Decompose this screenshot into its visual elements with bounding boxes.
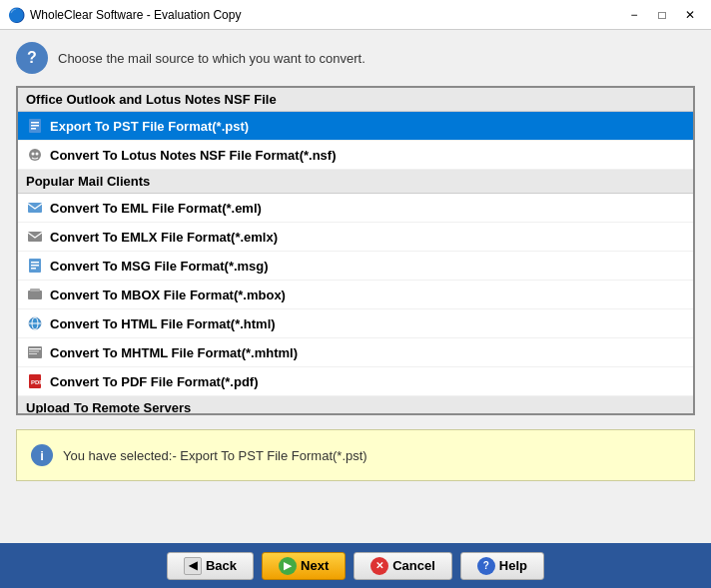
- back-button[interactable]: ◀ Back: [167, 552, 254, 580]
- svg-rect-7: [28, 203, 42, 213]
- header-row: ? Choose the mail source to which you wa…: [16, 42, 695, 74]
- convert-msg-icon: [26, 257, 44, 275]
- cancel-label: Cancel: [392, 558, 435, 573]
- restore-button[interactable]: □: [649, 5, 675, 25]
- svg-rect-11: [31, 265, 39, 267]
- convert-msg-label: Convert To MSG File Format(*.msg): [50, 259, 269, 274]
- convert-emlx-icon: [26, 228, 44, 246]
- svg-rect-20: [29, 351, 39, 352]
- next-label: Next: [301, 558, 329, 573]
- group-header-popular: Popular Mail Clients: [18, 170, 693, 194]
- cancel-button[interactable]: ✕ Cancel: [354, 552, 452, 580]
- convert-nsf-label: Convert To Lotus Notes NSF File Format(*…: [50, 148, 337, 163]
- window-title: WholeClear Software - Evaluation Copy: [30, 8, 621, 22]
- convert-mhtml-icon: [26, 343, 44, 361]
- svg-point-5: [32, 153, 35, 156]
- close-button[interactable]: ✕: [677, 5, 703, 25]
- convert-mhtml-label: Convert To MHTML File Format(*.mhtml): [50, 345, 298, 360]
- svg-rect-14: [30, 289, 40, 292]
- header-text: Choose the mail source to which you want…: [58, 51, 365, 66]
- main-content: ? Choose the mail source to which you wa…: [0, 30, 711, 493]
- convert-mbox-icon: [26, 286, 44, 303]
- help-icon: ?: [477, 557, 495, 575]
- list-item-convert-nsf[interactable]: Convert To Lotus Notes NSF File Format(*…: [18, 141, 693, 170]
- list-item-convert-mbox[interactable]: Convert To MBOX File Format(*.mbox): [18, 281, 693, 309]
- info-box-icon: i: [31, 444, 53, 466]
- help-label: Help: [499, 558, 527, 573]
- convert-html-label: Convert To HTML File Format(*.html): [50, 316, 276, 331]
- list-item-convert-msg[interactable]: Convert To MSG File Format(*.msg): [18, 252, 693, 281]
- help-button[interactable]: ? Help: [460, 552, 544, 580]
- group-header-outlook: Office Outlook and Lotus Notes NSF File: [18, 88, 693, 112]
- svg-rect-8: [28, 232, 42, 242]
- list-item-convert-eml[interactable]: Convert To EML File Format(*.eml): [18, 194, 693, 223]
- window-controls: − □ ✕: [621, 5, 703, 25]
- svg-rect-13: [28, 291, 42, 299]
- convert-html-icon: [26, 314, 44, 332]
- convert-pdf-label: Convert To PDF File Format(*.pdf): [50, 374, 258, 389]
- group-header-remote: Upload To Remote Servers: [18, 396, 693, 415]
- next-button[interactable]: ▶ Next: [262, 552, 346, 580]
- svg-rect-19: [29, 348, 41, 349]
- back-arrow-icon: ◀: [184, 557, 202, 575]
- app-icon: 🔵: [8, 7, 24, 23]
- convert-nsf-icon: [26, 146, 44, 164]
- svg-rect-2: [31, 125, 39, 127]
- svg-rect-10: [31, 262, 39, 264]
- info-box: i You have selected:- Export To PST File…: [16, 429, 695, 481]
- svg-rect-1: [31, 122, 39, 124]
- bottom-bar: ◀ Back ▶ Next ✕ Cancel ? Help: [0, 543, 711, 588]
- next-icon: ▶: [279, 557, 297, 575]
- svg-rect-12: [31, 268, 36, 270]
- convert-pdf-icon: PDF: [26, 372, 44, 390]
- header-icon: ?: [16, 42, 48, 74]
- list-item-convert-pdf[interactable]: PDF Convert To PDF File Format(*.pdf): [18, 367, 693, 396]
- svg-rect-3: [31, 128, 36, 130]
- list-item-convert-mhtml[interactable]: Convert To MHTML File Format(*.mhtml): [18, 338, 693, 367]
- svg-point-6: [36, 153, 39, 156]
- convert-eml-icon: [26, 199, 44, 217]
- list-item-convert-html[interactable]: Convert To HTML File Format(*.html): [18, 309, 693, 338]
- list-item-export-pst[interactable]: Export To PST File Format(*.pst): [18, 112, 693, 141]
- back-label: Back: [206, 558, 237, 573]
- svg-rect-21: [29, 353, 37, 354]
- svg-text:PDF: PDF: [31, 379, 43, 385]
- info-box-text: You have selected:- Export To PST File F…: [63, 448, 367, 463]
- cancel-icon: ✕: [370, 557, 388, 575]
- svg-rect-18: [28, 346, 42, 358]
- list-item-convert-emlx[interactable]: Convert To EMLX File Format(*.emlx): [18, 223, 693, 252]
- minimize-button[interactable]: −: [621, 5, 647, 25]
- export-pst-label: Export To PST File Format(*.pst): [50, 119, 249, 134]
- titlebar: 🔵 WholeClear Software - Evaluation Copy …: [0, 0, 711, 30]
- export-pst-icon: [26, 117, 44, 135]
- convert-emlx-label: Convert To EMLX File Format(*.emlx): [50, 230, 278, 245]
- convert-mbox-label: Convert To MBOX File Format(*.mbox): [50, 288, 286, 302]
- format-list[interactable]: Office Outlook and Lotus Notes NSF File …: [16, 86, 695, 415]
- convert-eml-label: Convert To EML File Format(*.eml): [50, 201, 262, 216]
